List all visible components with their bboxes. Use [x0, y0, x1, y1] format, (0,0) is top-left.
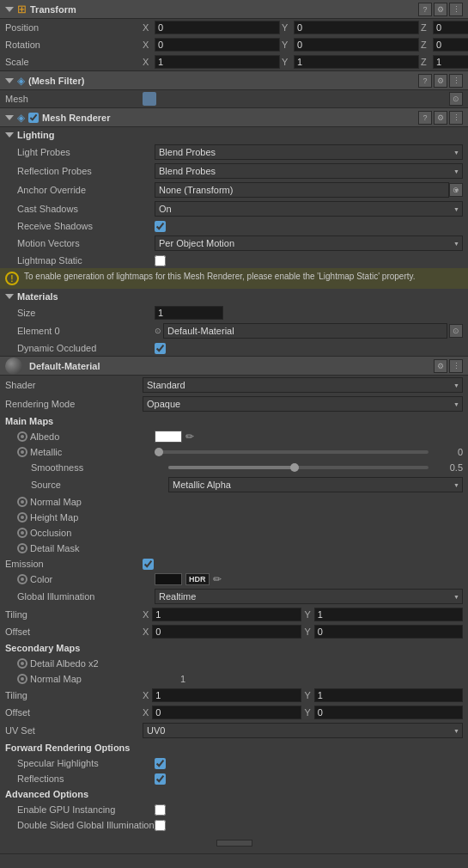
uv-set-dropdown[interactable]: UV0	[143, 723, 463, 738]
material-icons: ⚙ ⋮	[434, 359, 463, 373]
advanced-options-header[interactable]: Advanced Options	[0, 786, 468, 802]
rotation-z[interactable]	[433, 38, 468, 52]
scale-x[interactable]	[155, 55, 280, 69]
mesh-renderer-title: Mesh Renderer	[42, 113, 415, 123]
materials-section-header[interactable]: Materials	[0, 289, 468, 304]
rendering-mode-dropdown-wrap: Opaque	[143, 396, 463, 412]
mesh-target-icon[interactable]: ⊙	[449, 92, 463, 106]
transform-collapse-icon[interactable]	[5, 7, 14, 12]
gpu-instancing-checkbox[interactable]	[155, 804, 166, 816]
main-maps-header[interactable]: Main Maps	[0, 413, 468, 429]
rotation-label: Rotation	[5, 40, 143, 50]
transform-menu-icon[interactable]: ⋮	[449, 3, 463, 16]
mesh-renderer-settings-icon[interactable]: ⚙	[434, 111, 447, 125]
scale-row: Scale X Y Z	[0, 53, 468, 70]
materials-section-title: Materials	[17, 291, 58, 302]
secondary-maps-title: Secondary Maps	[5, 643, 80, 653]
rotation-xyz: X Y Z	[143, 38, 468, 52]
metallic-slider[interactable]	[155, 450, 428, 454]
bottom-button[interactable]	[216, 840, 252, 847]
specular-highlights-checkbox[interactable]	[155, 758, 166, 769]
albedo-row: Albedo ✏	[0, 429, 468, 444]
smoothness-label: Smoothness	[31, 462, 168, 473]
mesh-filter-menu-icon[interactable]: ⋮	[449, 74, 463, 88]
rotation-y[interactable]	[294, 38, 419, 52]
cast-shadows-dropdown[interactable]: On	[155, 201, 463, 217]
main-tiling-y[interactable]	[314, 608, 463, 621]
global-illumination-dropdown-wrap: Realtime	[155, 589, 463, 604]
position-xyz: X Y Z	[143, 21, 468, 34]
anchor-override-value: None (Transform)	[155, 182, 449, 198]
mesh-filter-panel: ◈ (Mesh Filter) ? ⚙ ⋮ Mesh ⊙	[0, 71, 468, 108]
mesh-renderer-menu-icon[interactable]: ⋮	[449, 111, 463, 125]
main-offset-xy: X Y	[143, 625, 463, 639]
rendering-mode-dropdown[interactable]: Opaque	[143, 396, 463, 412]
smoothness-slider[interactable]	[168, 466, 428, 469]
secondary-offset-y[interactable]	[314, 706, 463, 719]
emission-color-swatch[interactable]	[155, 573, 182, 585]
light-probes-dropdown-wrap: Blend Probes	[155, 144, 463, 160]
material-settings-icon[interactable]: ⚙	[434, 359, 447, 373]
rotation-x[interactable]	[155, 38, 280, 52]
albedo-eyedropper-icon[interactable]: ✏	[185, 431, 194, 443]
secondary-maps-header[interactable]: Secondary Maps	[0, 640, 468, 656]
source-dropdown[interactable]: Metallic Alpha	[168, 477, 463, 492]
forward-rendering-header[interactable]: Forward Rendering Options	[0, 740, 468, 755]
transform-icons: ? ⚙ ⋮	[418, 3, 463, 16]
mesh-renderer-enabled[interactable]	[28, 113, 39, 123]
emission-checkbox[interactable]	[143, 559, 154, 570]
emission-eyedropper-icon[interactable]: ✏	[213, 573, 222, 585]
position-y[interactable]	[294, 21, 419, 34]
cast-shadows-label: Cast Shadows	[17, 204, 155, 214]
scale-z[interactable]	[433, 55, 468, 69]
emission-color-row: Color HDR ✏	[0, 572, 468, 587]
double-sided-checkbox[interactable]	[155, 820, 166, 831]
shader-dropdown[interactable]: Standard	[143, 377, 463, 393]
mesh-renderer-info-icon[interactable]: ?	[418, 111, 432, 125]
secondary-tiling-label: Tiling	[5, 690, 143, 700]
reflection-probes-dropdown[interactable]: Blend Probes	[155, 163, 463, 179]
transform-title: Transform	[30, 4, 415, 15]
reflections-checkbox[interactable]	[155, 773, 166, 785]
main-tiling-x[interactable]	[152, 608, 301, 621]
secondary-tiling-xy: X Y	[143, 688, 463, 702]
mesh-renderer-collapse-icon[interactable]	[5, 115, 14, 120]
main-maps-title: Main Maps	[5, 416, 53, 426]
transform-settings-icon[interactable]: ⚙	[434, 3, 447, 16]
albedo-color-swatch[interactable]	[155, 431, 182, 443]
main-offset-y[interactable]	[314, 625, 463, 639]
main-offset-x[interactable]	[152, 625, 301, 639]
shader-label: Shader	[5, 380, 143, 390]
mesh-filter-collapse-icon[interactable]	[5, 78, 14, 83]
mesh-filter-info-icon[interactable]: ?	[418, 74, 432, 88]
smoothness-number: 0.5	[432, 462, 463, 473]
light-probes-dropdown[interactable]: Blend Probes	[155, 144, 463, 160]
normal-map-row: Normal Map	[0, 494, 468, 510]
forward-rendering-title: Forward Rendering Options	[5, 743, 130, 753]
position-z[interactable]	[433, 21, 468, 34]
element0-target-icon[interactable]: ⊙	[449, 324, 463, 338]
dynamic-occluded-checkbox[interactable]	[155, 343, 166, 354]
metallic-label: Metallic	[17, 447, 155, 457]
motion-vectors-dropdown[interactable]: Per Object Motion	[155, 235, 463, 251]
lighting-section-header[interactable]: Lighting	[0, 127, 468, 143]
secondary-tiling-y[interactable]	[314, 688, 463, 702]
lightmap-static-checkbox[interactable]	[155, 255, 166, 266]
receive-shadows-checkbox[interactable]	[155, 221, 166, 232]
secondary-tiling-x[interactable]	[152, 688, 301, 702]
anchor-override-target-icon[interactable]: ⊙	[449, 183, 463, 197]
detail-mask-label: Detail Mask	[17, 543, 155, 553]
scale-y[interactable]	[294, 55, 419, 69]
position-x[interactable]	[155, 21, 280, 34]
secondary-offset-x[interactable]	[152, 706, 301, 719]
material-menu-icon[interactable]: ⋮	[449, 359, 463, 373]
double-sided-row: Double Sided Global Illumination	[0, 817, 468, 833]
main-tiling-row: Tiling X Y	[0, 606, 468, 623]
lighting-collapse-icon	[5, 132, 14, 138]
rendering-mode-label: Rendering Mode	[5, 399, 143, 409]
materials-size-input[interactable]	[155, 306, 223, 320]
transform-info-icon[interactable]: ?	[418, 3, 432, 16]
mesh-filter-settings-icon[interactable]: ⚙	[434, 74, 447, 88]
emission-row: Emission	[0, 556, 468, 572]
global-illumination-dropdown[interactable]: Realtime	[155, 589, 463, 604]
